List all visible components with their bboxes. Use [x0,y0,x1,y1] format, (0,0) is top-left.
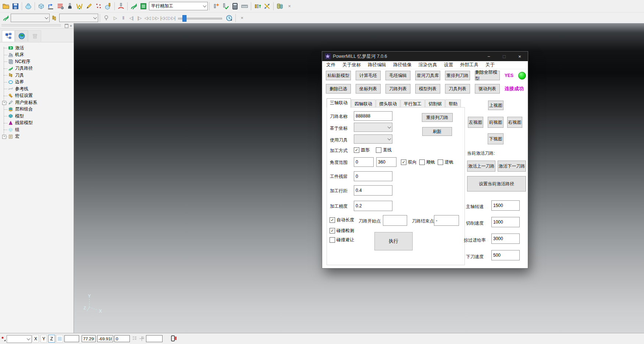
tree-item-nc-programs[interactable]: NC程序 [0,58,74,65]
save-project-icon[interactable] [11,1,20,11]
move-origin-icon[interactable] [139,336,145,342]
rearrange-toolpaths-button[interactable]: 重排列刀路 [445,71,470,80]
cursor-y-input[interactable] [97,335,113,342]
chevron-down-icon[interactable] [92,14,98,22]
rewind-icon[interactable]: ◁◁ [143,14,152,22]
toolpath-connections-icon[interactable] [46,1,56,11]
toolpath-list-button[interactable]: 刀路列表 [385,84,410,94]
activate-next-button[interactable]: 激活下一刀路 [498,161,526,172]
toolpath-name-input[interactable] [354,111,392,121]
tree-item-macros[interactable]: + 宏 [0,133,74,140]
simulation-tool-combobox[interactable] [59,14,98,22]
simulation-speed-slider[interactable] [178,14,222,22]
tab-web-browser[interactable] [15,30,28,42]
drive-list-button[interactable]: 驱动列表 [475,84,500,94]
tab-help[interactable]: 帮助 [445,99,461,108]
bidirectional-checkbox[interactable]: ✓ 双向 [401,159,417,165]
feed-rate-icon[interactable] [56,1,65,11]
axis-z-button[interactable]: Z [48,335,55,343]
tool-verify-icon[interactable] [221,1,230,11]
close-simulation-toolbar-icon[interactable]: × [237,13,247,23]
delete-selected-button[interactable]: 删除已选 [326,84,351,94]
tree-item-activate[interactable]: 激活 [0,45,74,52]
angle-end-input[interactable] [376,157,396,167]
play-icon[interactable]: ▷ [111,14,119,22]
expand-icon[interactable]: + [2,135,6,139]
toolpath-strategies-icon[interactable] [129,1,139,11]
activate-prev-button[interactable]: 激活上一刀路 [467,161,495,172]
angle-start-input[interactable] [354,157,374,167]
measure-icon[interactable] [240,1,249,11]
conventional-mill-checkbox[interactable]: 逆铣 [438,159,453,165]
simulation-toolpath-icon[interactable] [1,13,11,23]
tolerance-status-input[interactable] [146,335,163,342]
method-line-checkbox[interactable]: 直线 [376,147,392,153]
tree-item-toolpaths[interactable]: 刀具路径 [0,65,74,72]
maximize-button[interactable]: □ [498,52,510,61]
simulation-clock-icon[interactable] [224,13,234,23]
start-point-input[interactable] [383,215,407,226]
tree-item-levels-sets[interactable]: 层和组合 [0,106,74,113]
method-circle-checkbox[interactable]: ✓ 圆形 [354,147,370,153]
use-tool-combobox[interactable] [354,134,392,144]
open-project-icon[interactable] [1,1,11,11]
calc-block-button[interactable]: 计算毛坯 [356,71,381,80]
tab-recycle-bin[interactable] [28,30,41,42]
expand-icon[interactable]: + [2,101,6,105]
tree-item-machine-tool[interactable]: 机床 [0,52,74,59]
coords-list-button[interactable]: 坐标列表 [356,84,381,94]
tab-4axis[interactable]: 四轴联动 [351,99,376,108]
minimize-button[interactable]: − [483,52,495,61]
tree-item-boundaries[interactable]: 边界 [0,79,74,86]
stepover-input[interactable] [354,185,392,196]
tab-tilt-head[interactable]: 摆头联动 [376,99,400,108]
points-icon[interactable] [94,1,103,11]
shaded-view-icon[interactable] [24,1,33,11]
step-back-icon[interactable]: ◁| [127,14,135,22]
panel-grip[interactable]: × [0,23,74,29]
tab-parallel[interactable]: 平行加工 [401,99,425,108]
pause-icon[interactable]: Ⅱ [119,14,127,22]
close-button[interactable]: × [513,52,526,61]
chevron-down-icon[interactable] [202,2,207,10]
collision-avoid-checkbox[interactable]: 碰撞避让 [330,237,354,243]
block-icon[interactable] [36,1,46,11]
tree-item-tools[interactable]: 刀具 [0,72,74,79]
float-panel-icon[interactable] [65,24,68,28]
menu-about[interactable]: 关于 [485,62,495,68]
highlight-icon[interactable] [102,13,111,23]
pause-device-icon[interactable] [170,335,177,342]
chevron-down-icon[interactable] [43,14,49,22]
draw-pattern-icon[interactable] [84,1,94,11]
swap-axes-icon[interactable] [262,1,272,11]
tool-list-button[interactable]: 刀具列表 [445,84,470,94]
cursor-z-input[interactable] [114,335,130,342]
model-list-button[interactable]: 模型列表 [415,84,440,94]
menu-file[interactable]: 文件 [326,62,335,68]
axis-y-button[interactable]: Y [40,335,47,343]
chevron-down-icon[interactable] [386,135,392,143]
menu-path-edit[interactable]: 路径编辑 [368,62,386,68]
tool-library-button[interactable]: 星河刀具库 [415,71,440,80]
strategy-combobox[interactable]: 平行精加工 [149,2,208,10]
skim-feed-input[interactable] [491,234,520,244]
strategy-list-icon[interactable] [139,1,148,11]
chevron-down-icon[interactable] [386,123,392,131]
menu-render-sim[interactable]: 渲染仿真 [419,62,437,68]
block-tool-icon[interactable] [103,1,113,11]
cutting-feed-input[interactable] [491,217,520,227]
based-coord-combobox[interactable] [354,123,392,132]
tolerance-input[interactable] [354,201,392,211]
go-to-start-icon[interactable]: |◁◁ [160,14,168,22]
step-forward-icon[interactable]: |▷ [135,14,143,22]
right-view-button[interactable]: 右视图 [507,117,522,128]
spindle-speed-input[interactable] [491,200,520,211]
fast-forward-icon[interactable]: ▷▷ [152,14,160,22]
chevron-down-icon[interactable] [25,336,31,343]
tree-item-workplanes[interactable]: + 用户坐标系 [0,99,74,106]
leads-links-icon[interactable] [116,1,126,11]
simulation-toolpath-combobox[interactable] [11,14,50,22]
delete-all-models-button[interactable]: 删除全部模型 [475,71,500,80]
menu-about-coords[interactable]: 关于坐标 [342,62,361,68]
sort-list-icon[interactable] [132,336,138,341]
